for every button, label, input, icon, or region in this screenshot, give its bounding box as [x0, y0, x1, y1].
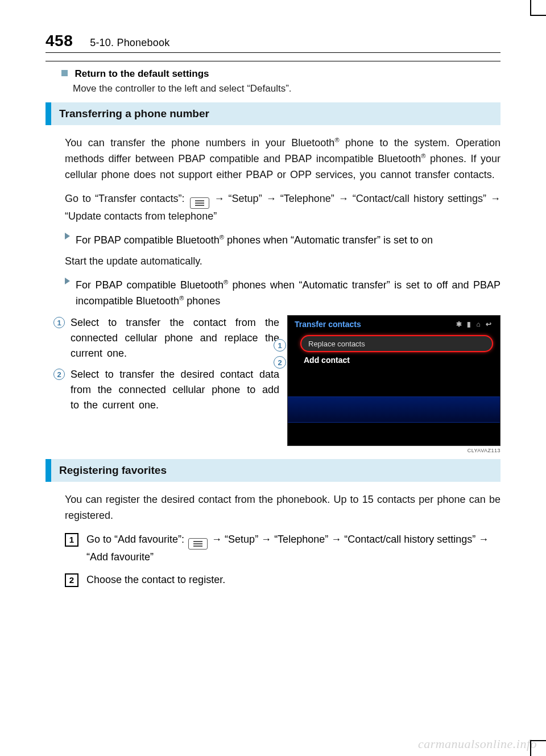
screen-row-add[interactable]: Add contact	[300, 356, 493, 365]
numbered-item-1: 1 Select to transfer the contact from th…	[53, 315, 279, 361]
text: Go to “Add favourite”: → “Setup” → “Tele…	[86, 532, 500, 565]
page-header: 458 5-10. Phonebook	[46, 32, 500, 53]
section-favorites: Registering favorites	[46, 459, 500, 482]
device-screenshot: Transfer contacts ✱ ▮ ⌂ ↩ Replace contac…	[287, 315, 500, 446]
text: Choose the contact to register.	[86, 572, 500, 588]
registered-mark: ®	[224, 279, 228, 286]
registered-mark: ®	[334, 137, 339, 143]
transfer-bullet-2: For PBAP compatible Bluetooth® phones wh…	[65, 278, 500, 309]
transfer-bullet-1: For PBAP compatible Bluetooth® phones wh…	[65, 233, 500, 249]
status-icons: ✱ ▮ ⌂ ↩	[456, 320, 493, 328]
callout-2: 2	[274, 356, 286, 369]
circle-number-2: 2	[53, 369, 65, 380]
screen-row-replace[interactable]: Replace contacts	[300, 335, 493, 352]
menu-button-icon	[190, 197, 209, 209]
text: For PBAP compatible Bluetooth	[76, 234, 220, 246]
numbered-list: 1 Select to transfer the contact from th…	[53, 315, 279, 453]
divider	[46, 61, 500, 61]
transfer-paragraph-2: Go to “Transfer contacts”: → “Setup” → “…	[65, 191, 500, 225]
screen-titlebar: Transfer contacts ✱ ▮ ⌂ ↩	[288, 316, 500, 333]
section-favorites-title: Registering favorites	[59, 464, 167, 477]
crop-mark-top-right	[530, 0, 546, 16]
text: You can transfer the phone numbers in yo…	[65, 137, 334, 148]
section-transferring-title: Transferring a phone number	[59, 108, 209, 120]
favorites-step-1: 1 Go to “Add favourite”: → “Setup” → “Te…	[65, 532, 500, 565]
section-stripe	[46, 459, 51, 482]
section-stripe	[46, 102, 51, 125]
callout-1: 1	[274, 339, 286, 352]
triangle-bullet-icon	[65, 278, 70, 284]
circle-number-1: 1	[53, 317, 65, 328]
text: Select to transfer the desired con­tact …	[71, 367, 279, 413]
figure-caption: CLYAVAZ113	[287, 448, 500, 453]
favorites-step-2: 2 Choose the contact to register.	[65, 572, 500, 588]
registered-mark: ®	[220, 234, 224, 241]
text: For PBAP compatible Bluetooth® phones wh…	[76, 278, 500, 309]
square-bullet-icon	[61, 70, 68, 76]
defaults-heading-row: Return to the default settings	[61, 68, 500, 80]
transfer-paragraph-1: You can transfer the phone numbers in yo…	[65, 135, 500, 183]
step-number-1: 1	[65, 533, 78, 547]
text: Go to “Add favourite”:	[86, 534, 187, 545]
favorites-intro: You can register the desired contact fro…	[65, 492, 500, 524]
screen-blue-band	[288, 396, 500, 423]
text: phones when “Automatic transfer” is set …	[224, 234, 433, 246]
screen-title: Transfer contacts	[295, 320, 361, 329]
text: For PBAP compatible Bluetooth	[76, 279, 224, 291]
step-number-2: 2	[65, 573, 78, 587]
numbered-with-screenshot: 1 Select to transfer the contact from th…	[53, 315, 500, 453]
watermark: carmanualsonline.info	[418, 737, 537, 751]
transfer-paragraph-3: Start the update automatically.	[65, 254, 500, 270]
text: Select to transfer the contact from the …	[71, 315, 279, 361]
menu-button-icon	[188, 538, 208, 550]
triangle-bullet-icon	[65, 233, 70, 239]
numbered-item-2: 2 Select to transfer the desired con­tac…	[53, 367, 279, 413]
text: For PBAP compatible Bluetooth® phones wh…	[76, 233, 500, 249]
text: phones	[184, 295, 220, 307]
defaults-heading: Return to the default settings	[75, 68, 209, 79]
chapter-title: 5-10. Phonebook	[90, 37, 169, 49]
screen-figure: 1 2 Transfer contacts ✱ ▮ ⌂ ↩ Replace co…	[287, 315, 500, 453]
text: Go to “Transfer contacts”:	[65, 193, 189, 204]
page-body: 458 5-10. Phonebook Return to the defaul…	[0, 0, 546, 588]
page-number: 458	[46, 32, 73, 50]
defaults-text: Move the controller to the left and sele…	[73, 83, 500, 94]
section-transferring: Transferring a phone number	[46, 102, 500, 125]
